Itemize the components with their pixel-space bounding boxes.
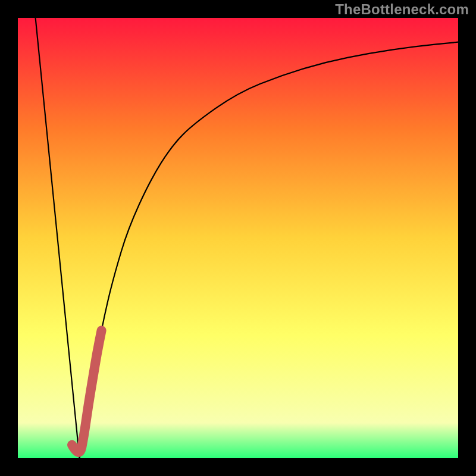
bottleneck-chart (0, 0, 476, 476)
watermark-text: TheBottleneck.com (335, 1, 469, 18)
plot-area (18, 18, 458, 458)
